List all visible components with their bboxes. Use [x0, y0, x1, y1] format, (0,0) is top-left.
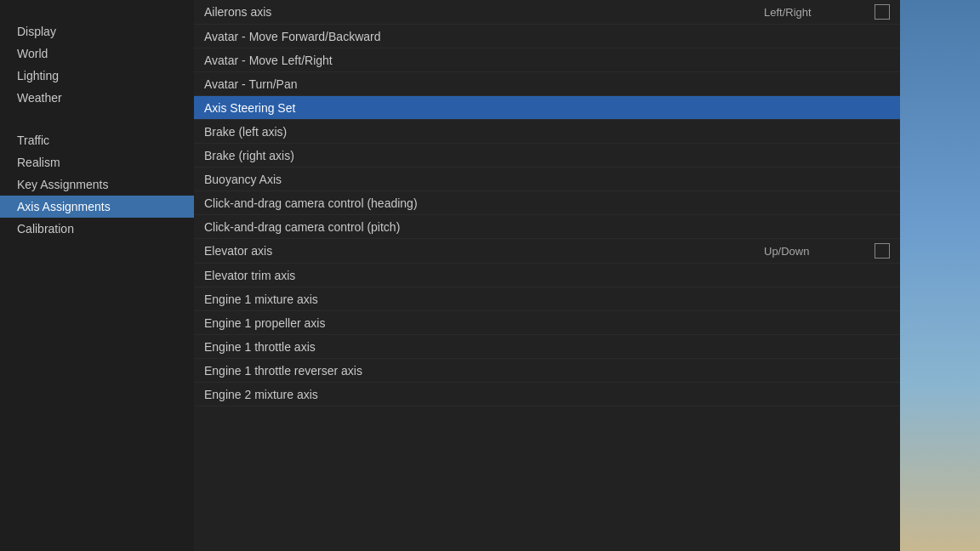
- axis-name: Elevator axis: [204, 244, 764, 258]
- axis-name: Elevator trim axis: [204, 269, 890, 282]
- main-content: Ailerons axisLeft/RightAvatar - Move For…: [194, 0, 900, 551]
- controls-section-title: [0, 116, 194, 129]
- axis-row[interactable]: Avatar - Turn/Pan: [194, 72, 900, 96]
- axis-name: Brake (left axis): [204, 125, 890, 139]
- axis-list: Ailerons axisLeft/RightAvatar - Move For…: [194, 0, 900, 551]
- axis-assignment: Left/Right: [764, 6, 866, 19]
- axis-row[interactable]: Engine 2 mixture axis: [194, 383, 900, 406]
- axis-row[interactable]: Buoyancy Axis: [194, 168, 900, 191]
- sidebar-item-world[interactable]: World: [0, 43, 194, 65]
- axis-name: Avatar - Move Left/Right: [204, 54, 890, 67]
- axis-row[interactable]: Brake (right axis): [194, 144, 900, 168]
- axis-row[interactable]: Avatar - Move Left/Right: [194, 48, 900, 72]
- graphics-section-title: [0, 7, 194, 20]
- sidebar-item-realism[interactable]: Realism: [0, 151, 194, 173]
- background-panel: [900, 0, 980, 551]
- axis-name: Axis Steering Set: [204, 101, 890, 115]
- axis-name: Engine 2 mixture axis: [204, 388, 890, 401]
- axis-row[interactable]: Avatar - Move Forward/Backward: [194, 25, 900, 48]
- axis-name: Avatar - Turn/Pan: [204, 77, 890, 91]
- sidebar-item-lighting[interactable]: Lighting: [0, 65, 194, 87]
- axis-row[interactable]: Click-and-drag camera control (heading): [194, 191, 900, 215]
- axis-name: Engine 1 throttle reverser axis: [204, 364, 890, 378]
- sidebar-item-axis-assignments[interactable]: Axis Assignments: [0, 196, 194, 218]
- axis-assignment: Up/Down: [764, 245, 866, 258]
- sidebar: DisplayWorldLightingWeather TrafficReali…: [0, 0, 194, 551]
- axis-name: Click-and-drag camera control (heading): [204, 196, 890, 210]
- axis-row[interactable]: Engine 1 mixture axis: [194, 287, 900, 311]
- axis-row[interactable]: Engine 1 throttle reverser axis: [194, 359, 900, 383]
- axis-row[interactable]: Engine 1 throttle axis: [194, 335, 900, 359]
- axis-name: Ailerons axis: [204, 5, 764, 19]
- axis-name: Avatar - Move Forward/Backward: [204, 30, 890, 43]
- sidebar-item-calibration[interactable]: Calibration: [0, 218, 194, 240]
- sidebar-item-weather[interactable]: Weather: [0, 87, 194, 109]
- sidebar-item-key-assignments[interactable]: Key Assignments: [0, 173, 194, 196]
- sidebar-item-display[interactable]: Display: [0, 20, 194, 43]
- axis-row[interactable]: Click-and-drag camera control (pitch): [194, 215, 900, 239]
- axis-row[interactable]: Elevator axisUp/Down: [194, 239, 900, 264]
- axis-row[interactable]: Engine 1 propeller axis: [194, 311, 900, 335]
- axis-name: Engine 1 mixture axis: [204, 293, 890, 306]
- axis-name: Click-and-drag camera control (pitch): [204, 220, 890, 234]
- axis-row[interactable]: Axis Steering Set: [194, 96, 900, 120]
- axis-name: Brake (right axis): [204, 149, 890, 162]
- axis-row[interactable]: Ailerons axisLeft/Right: [194, 0, 900, 25]
- axis-row[interactable]: Elevator trim axis: [194, 264, 900, 287]
- sidebar-item-traffic[interactable]: Traffic: [0, 129, 194, 151]
- axis-name: Engine 1 propeller axis: [204, 316, 890, 330]
- axis-name: Engine 1 throttle axis: [204, 340, 890, 354]
- axis-checkbox[interactable]: [875, 243, 890, 258]
- axis-row[interactable]: Brake (left axis): [194, 120, 900, 144]
- axis-checkbox[interactable]: [875, 4, 890, 20]
- axis-name: Buoyancy Axis: [204, 173, 890, 186]
